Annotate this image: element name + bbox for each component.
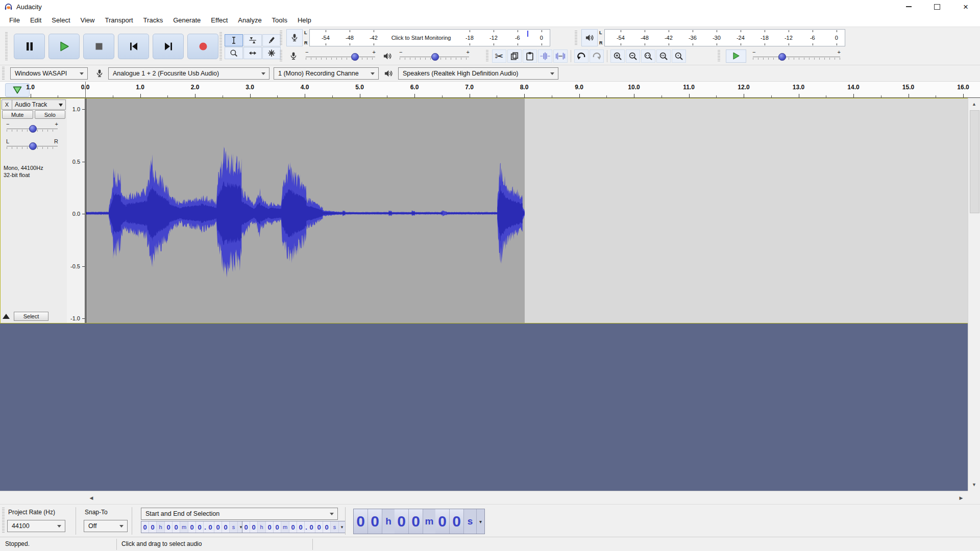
scroll-down-icon[interactable]: ▼	[968, 480, 980, 490]
audio-position-field[interactable]: 00h00m00s▾	[353, 509, 485, 534]
time-digit[interactable]: 0	[173, 521, 180, 533]
time-digit[interactable]: 0	[315, 521, 323, 533]
menu-tracks[interactable]: Tracks	[138, 14, 168, 26]
mute-button[interactable]: Mute	[2, 110, 33, 119]
time-digit[interactable]: 0	[207, 521, 214, 533]
time-digit[interactable]: 0	[242, 521, 250, 533]
audio-host-select[interactable]: Windows WASAPI	[10, 67, 88, 80]
menu-generate[interactable]: Generate	[168, 14, 206, 26]
recording-volume-slider[interactable]: −+	[302, 49, 379, 63]
snap-to-select[interactable]: Off	[84, 520, 128, 532]
toolbar-grip[interactable]	[280, 31, 282, 44]
time-digit[interactable]: 0	[323, 521, 331, 533]
silence-audio-button[interactable]	[553, 49, 568, 63]
track-close-button[interactable]: X	[2, 100, 12, 109]
time-shift-tool-button[interactable]	[243, 47, 262, 59]
pause-button[interactable]	[14, 34, 45, 59]
track-pan-slider-thumb[interactable]	[29, 142, 37, 150]
recording-meter-button[interactable]	[286, 29, 303, 46]
time-digit[interactable]: 0	[149, 521, 157, 533]
play-speed-slider[interactable]: −+	[749, 49, 844, 63]
recording-meter[interactable]: -54-48-42-18-12-60Click to Start Monitor…	[309, 29, 550, 46]
copy-button[interactable]	[507, 49, 522, 63]
time-digit[interactable]: 0	[450, 509, 464, 534]
cut-button[interactable]: ✂	[492, 49, 506, 63]
menu-transport[interactable]: Transport	[100, 14, 138, 26]
time-digit[interactable]: 0	[435, 509, 450, 534]
meter-monitor-text[interactable]: Click to Start Monitoring	[391, 35, 451, 41]
toolbar-grip[interactable]	[2, 67, 5, 80]
menu-effect[interactable]: Effect	[206, 14, 233, 26]
time-dropdown-icon[interactable]: ▾	[476, 509, 484, 534]
fit-selection-button[interactable]	[641, 49, 655, 63]
track-gain-slider[interactable]: −+	[3, 121, 61, 135]
track-collapse-arrow-icon[interactable]	[3, 314, 10, 319]
track-title-menu[interactable]: Audio Track	[12, 100, 65, 109]
time-digit[interactable]: 0	[266, 521, 274, 533]
vertical-scrollbar[interactable]: ▲ ▼	[968, 98, 980, 491]
play-button[interactable]	[48, 34, 80, 59]
menu-analyze[interactable]: Analyze	[233, 14, 266, 26]
menu-view[interactable]: View	[76, 14, 100, 26]
vertical-scale-ruler[interactable]: 1.00.50.0-0.5-1.0	[67, 98, 85, 323]
zoom-toggle-button[interactable]	[672, 49, 686, 63]
time-digit[interactable]: 0	[222, 521, 230, 533]
scroll-up-icon[interactable]: ▲	[968, 99, 980, 109]
skip-to-start-button[interactable]	[118, 34, 149, 59]
scroll-left-icon[interactable]: ◀	[86, 491, 97, 504]
recording-volume-slider-thumb[interactable]	[351, 53, 359, 61]
envelope-tool-button[interactable]	[243, 34, 262, 46]
menu-help[interactable]: Help	[292, 14, 316, 26]
fit-project-button[interactable]	[656, 49, 671, 63]
time-digit[interactable]: 0	[308, 521, 315, 533]
menu-file[interactable]: File	[4, 14, 25, 26]
menu-tools[interactable]: Tools	[267, 14, 292, 26]
time-digit[interactable]: 0	[250, 521, 258, 533]
paste-button[interactable]	[523, 49, 537, 63]
empty-project-area[interactable]	[0, 323, 968, 491]
minimize-button[interactable]	[894, 0, 923, 13]
selection-start-field[interactable]: 00h00m00.000s▾	[141, 521, 244, 533]
trim-audio-button[interactable]	[538, 49, 552, 63]
track-gain-slider-thumb[interactable]	[29, 125, 37, 133]
toolbar-grip[interactable]	[2, 508, 5, 533]
zoom-out-button[interactable]	[626, 49, 640, 63]
toolbar-grip[interactable]	[219, 32, 222, 61]
playback-meter-button[interactable]	[581, 29, 598, 46]
recording-device-select[interactable]: Analogue 1 + 2 (Focusrite Usb Audio)	[108, 67, 270, 80]
stop-button[interactable]	[83, 34, 114, 59]
draw-tool-button[interactable]	[262, 34, 281, 46]
time-digit[interactable]: 0	[214, 521, 222, 533]
zoom-tool-button[interactable]	[225, 47, 243, 59]
project-rate-select[interactable]: 44100	[7, 520, 65, 532]
skip-to-end-button[interactable]	[153, 34, 184, 59]
redo-button[interactable]	[590, 49, 604, 63]
timeline-scale[interactable]: 1.00.01.02.03.04.05.06.07.08.09.010.011.…	[0, 82, 980, 97]
waveform[interactable]	[85, 98, 968, 323]
time-digit[interactable]: 0	[354, 509, 368, 534]
playback-volume-slider-thumb[interactable]	[431, 53, 439, 61]
track-pan-slider[interactable]: LR	[3, 138, 61, 153]
time-digit[interactable]: 0	[289, 521, 297, 533]
selection-tool-button[interactable]	[225, 34, 243, 46]
toolbar-grip[interactable]	[5, 32, 8, 61]
time-digit[interactable]: 0	[188, 521, 196, 533]
maximize-button[interactable]	[923, 0, 951, 13]
playback-meter[interactable]: -54-48-42-36-30-24-18-12-60	[604, 29, 845, 46]
menu-select[interactable]: Select	[46, 14, 75, 26]
playback-device-select[interactable]: Speakers (Realtek High Definition Audio)	[398, 67, 558, 80]
toolbar-grip[interactable]	[718, 50, 720, 62]
play-speed-slider-thumb[interactable]	[778, 53, 786, 61]
vertical-scroll-thumb[interactable]	[970, 110, 979, 213]
horizontal-scrollbar[interactable]: ◀ ▶	[0, 491, 968, 504]
toolbar-grip[interactable]	[280, 50, 282, 62]
zoom-in-button[interactable]	[610, 49, 625, 63]
timeline-ruler[interactable]: 1.00.01.02.03.04.05.06.07.08.09.010.011.…	[0, 82, 980, 98]
time-digit[interactable]: 0	[165, 521, 173, 533]
play-at-speed-button[interactable]	[726, 49, 746, 63]
selection-end-field[interactable]: 00h00m00.000s▾	[242, 521, 346, 533]
record-button[interactable]	[187, 34, 218, 59]
undo-button[interactable]	[574, 49, 589, 63]
track-select-button[interactable]: Select	[14, 312, 48, 321]
time-dropdown-icon[interactable]: ▾	[339, 521, 345, 533]
